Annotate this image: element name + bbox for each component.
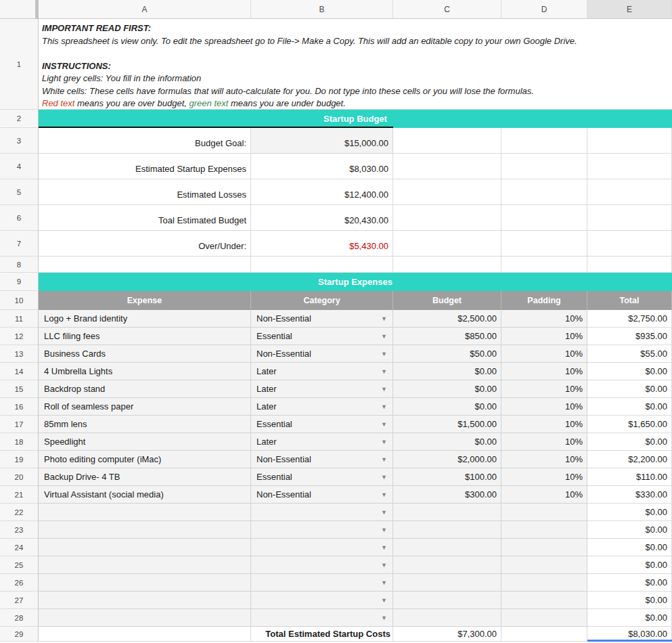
cell-budget[interactable]: $50.00: [393, 345, 501, 363]
row-header-27[interactable]: 27: [0, 592, 39, 609]
cell-padding[interactable]: 10%: [501, 416, 587, 433]
cell[interactable]: [39, 257, 251, 273]
cell[interactable]: [587, 154, 672, 179]
cell-expense[interactable]: [39, 609, 251, 627]
dropdown-arrow-icon[interactable]: ▼: [381, 527, 387, 533]
cell-total[interactable]: $110.00: [587, 468, 672, 486]
cell-expense[interactable]: 4 Umbrella Lights: [39, 363, 251, 380]
table-header-expense[interactable]: Expense: [39, 291, 251, 310]
cell-budget[interactable]: [393, 521, 501, 539]
total-budget-value-cell[interactable]: $7,300.00: [393, 627, 501, 642]
cell-expense[interactable]: Backup Drive- 4 TB: [39, 468, 251, 486]
dropdown-arrow-icon[interactable]: ▼: [381, 509, 387, 515]
cell-category[interactable]: Non-Essential▼: [251, 486, 393, 504]
cell-total[interactable]: $0.00: [587, 363, 672, 380]
cell-budget[interactable]: $100.00: [393, 468, 501, 486]
cell-total[interactable]: $0.00: [587, 504, 672, 521]
cell-category[interactable]: Essential▼: [251, 416, 393, 433]
cell-expense[interactable]: [39, 592, 251, 609]
table-header-padding[interactable]: Padding: [501, 291, 587, 310]
cell-budget[interactable]: $0.00: [393, 398, 501, 416]
column-header-b[interactable]: B: [251, 0, 393, 19]
budget-value-cell[interactable]: $12,400.00: [251, 179, 393, 205]
cell-total[interactable]: $0.00: [587, 592, 672, 609]
cell-category[interactable]: Essential▼: [251, 328, 393, 345]
cell-padding[interactable]: [501, 609, 587, 627]
cell-expense[interactable]: Photo editing computer (iMac): [39, 451, 251, 468]
cell-category[interactable]: Later▼: [251, 363, 393, 380]
row-header-19[interactable]: 19: [0, 451, 39, 468]
budget-label-cell[interactable]: Estimated Losses: [39, 179, 251, 205]
cell-expense[interactable]: LLC filing fees: [39, 328, 251, 345]
row-header-25[interactable]: 25: [0, 556, 39, 574]
row-header-28[interactable]: 28: [0, 609, 39, 627]
row-header-14[interactable]: 14: [0, 363, 39, 380]
cell-padding[interactable]: [501, 556, 587, 574]
cell-category[interactable]: Later▼: [251, 433, 393, 451]
cell-category[interactable]: Non-Essential▼: [251, 451, 393, 468]
cell-budget[interactable]: $2,000.00: [393, 451, 501, 468]
cell-budget[interactable]: [393, 574, 501, 592]
budget-value-cell[interactable]: $5,430.00: [251, 231, 393, 257]
row-header-18[interactable]: 18: [0, 433, 39, 451]
row-header-20[interactable]: 20: [0, 468, 39, 486]
cell-budget[interactable]: [393, 504, 501, 521]
budget-label-cell[interactable]: Estimated Startup Expenses: [39, 154, 251, 179]
cell-padding[interactable]: 10%: [501, 433, 587, 451]
cell-padding[interactable]: 10%: [501, 398, 587, 416]
dropdown-arrow-icon[interactable]: ▼: [381, 351, 387, 357]
cell[interactable]: [587, 128, 672, 154]
cell[interactable]: [393, 179, 501, 205]
row-header-3[interactable]: 3: [0, 128, 39, 154]
cell-total[interactable]: $1,650.00: [587, 416, 672, 433]
cell-expense[interactable]: Virtual Assistant (social media): [39, 486, 251, 504]
cell-expense[interactable]: [39, 504, 251, 521]
cell-budget[interactable]: [393, 592, 501, 609]
table-header-budget[interactable]: Budget: [393, 291, 501, 310]
row-header-15[interactable]: 15: [0, 380, 39, 398]
cell-budget[interactable]: $850.00: [393, 328, 501, 345]
cell[interactable]: [251, 257, 393, 273]
cell-padding[interactable]: 10%: [501, 345, 587, 363]
row-header-12[interactable]: 12: [0, 328, 39, 345]
cell[interactable]: [501, 205, 587, 231]
total-costs-label-cell[interactable]: Total Estimated Startup Costs: [251, 627, 393, 642]
budget-label-cell[interactable]: Over/Under:: [39, 231, 251, 257]
row-header-9[interactable]: 9: [0, 273, 39, 291]
cell-padding[interactable]: [501, 574, 587, 592]
row-header-1[interactable]: 1: [0, 19, 39, 110]
cell-category[interactable]: Later▼: [251, 398, 393, 416]
cell-padding[interactable]: [501, 521, 587, 539]
row-header-2[interactable]: 2: [0, 110, 39, 128]
cell-budget[interactable]: $1,500.00: [393, 416, 501, 433]
dropdown-arrow-icon[interactable]: ▼: [381, 562, 387, 568]
dropdown-arrow-icon[interactable]: ▼: [381, 579, 387, 585]
row-header-21[interactable]: 21: [0, 486, 39, 504]
row-header-24[interactable]: 24: [0, 539, 39, 556]
section-title-startup-expenses[interactable]: Startup Expenses: [39, 273, 672, 291]
cell-category[interactable]: ▼: [251, 539, 393, 556]
cell-expense[interactable]: [39, 539, 251, 556]
dropdown-arrow-icon[interactable]: ▼: [381, 368, 387, 374]
cell-total[interactable]: $0.00: [587, 433, 672, 451]
cell-expense[interactable]: [39, 556, 251, 574]
cell-category[interactable]: Non-Essential▼: [251, 345, 393, 363]
dropdown-arrow-icon[interactable]: ▼: [381, 439, 387, 445]
cell-total[interactable]: $0.00: [587, 521, 672, 539]
cell-expense[interactable]: Backdrop stand: [39, 380, 251, 398]
row-header-13[interactable]: 13: [0, 345, 39, 363]
row-header-22[interactable]: 22: [0, 504, 39, 521]
cell-category[interactable]: ▼: [251, 609, 393, 627]
table-header-category[interactable]: Category: [251, 291, 393, 310]
cell[interactable]: [393, 154, 501, 179]
row-header-26[interactable]: 26: [0, 574, 39, 592]
cell-expense[interactable]: Logo + Brand identity: [39, 310, 251, 328]
cell-expense[interactable]: Speedlight: [39, 433, 251, 451]
cell-padding[interactable]: 10%: [501, 380, 587, 398]
cell[interactable]: [587, 205, 672, 231]
cell-total[interactable]: $0.00: [587, 398, 672, 416]
cell-padding[interactable]: 10%: [501, 310, 587, 328]
cell-category[interactable]: ▼: [251, 556, 393, 574]
column-header-d[interactable]: D: [501, 0, 587, 19]
budget-value-cell[interactable]: $15,000.00: [251, 128, 393, 154]
